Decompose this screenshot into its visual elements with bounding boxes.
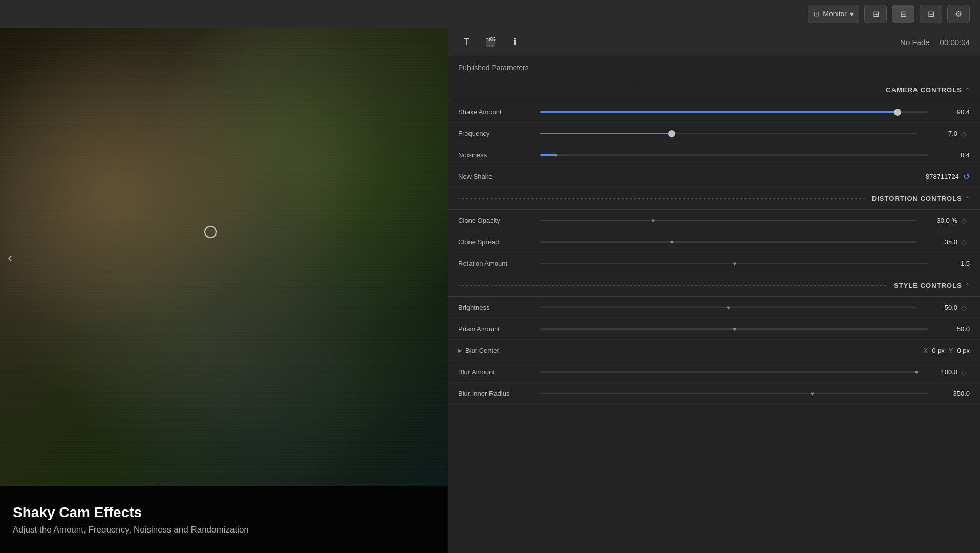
clone-spread-thumb[interactable]: ♥ [668, 239, 675, 246]
clone-opacity-thumb[interactable]: ♥ [650, 217, 657, 224]
rotation-amount-fill [540, 263, 735, 264]
blur-amount-thumb[interactable]: ♥ [913, 369, 920, 376]
clone-spread-row: Clone Spread ♥ 35.0 ◇ [448, 231, 980, 253]
prism-amount-label: Prism Amount [458, 325, 540, 333]
clone-spread-label: Clone Spread [458, 238, 540, 246]
distortion-controls-title: DISTORTION CONTROLS ⌃ [872, 195, 970, 202]
section-dots [458, 90, 880, 90]
rotation-amount-row: Rotation Amount ♥ 1.5 [448, 253, 980, 274]
shake-amount-label: Shake Amount [458, 108, 540, 116]
noisiness-value: 0.4 [929, 151, 970, 159]
noisiness-thumb[interactable]: ♥ [552, 152, 559, 159]
prism-amount-thumb[interactable]: ♥ [731, 326, 738, 333]
clone-opacity-slider[interactable]: ♥ [540, 220, 917, 221]
rotation-amount-value: 1.5 [929, 260, 970, 267]
shake-amount-row: Shake Amount 90.4 [448, 101, 980, 123]
params-panel: T 🎬 ℹ No Fade 00:00:04 Published Paramet… [448, 28, 980, 553]
video-subtitle: Adjust the Amount, Frequency, Noisiness … [13, 525, 435, 535]
grid-3x3-button[interactable]: ⊟ [892, 5, 914, 23]
blur-center-x-value: 0 px [932, 347, 945, 354]
rotation-amount-slider[interactable]: ♥ [540, 263, 929, 264]
distortion-section-chevron-icon: ⌃ [965, 196, 970, 201]
settings-button[interactable]: ⚙ [947, 5, 970, 23]
blur-amount-keyframe-icon[interactable]: ◇ [957, 366, 970, 378]
tab-bar-right: No Fade 00:00:04 [900, 38, 970, 47]
blur-center-x-label: X [924, 347, 928, 354]
prism-amount-track: ♥ [540, 328, 929, 330]
clone-spread-keyframe-icon[interactable]: ◇ [957, 236, 970, 248]
frequency-keyframe-icon[interactable]: ◇ [957, 127, 970, 140]
timecode: 00:00:04 [940, 38, 970, 47]
shake-amount-track [540, 111, 929, 113]
blur-inner-radius-slider[interactable]: ♥ [540, 393, 929, 394]
monitor-icon: ⊡ [814, 10, 820, 18]
noisiness-slider[interactable]: ♥ [540, 154, 929, 156]
camera-section-chevron-icon: ⌃ [965, 87, 970, 93]
monitor-dropdown[interactable]: ⊡ Monitor ▾ [808, 5, 859, 23]
prism-amount-row: Prism Amount ♥ 50.0 [448, 318, 980, 340]
frequency-slider[interactable] [540, 133, 917, 134]
brightness-label: Brightness [458, 304, 540, 311]
new-shake-number: 878711724 [926, 173, 959, 180]
clone-spread-track: ♥ [540, 241, 917, 243]
shake-amount-slider[interactable] [540, 111, 929, 113]
video-title: Shaky Cam Effects [13, 504, 435, 521]
sliders-button[interactable]: ⊟ [920, 5, 942, 23]
clone-opacity-keyframe-icon[interactable]: ◇ [957, 215, 970, 227]
blur-amount-row: Blur Amount ♥ 100.0 ◇ [448, 361, 980, 383]
frequency-track [540, 133, 917, 134]
prism-amount-slider[interactable]: ♥ [540, 328, 929, 330]
clone-opacity-value: 30.0 % [917, 217, 957, 224]
frequency-label: Frequency [458, 130, 540, 137]
published-params-label: Published Parameters [448, 56, 980, 79]
blur-center-y-value: 0 px [957, 347, 970, 354]
clone-spread-value: 35.0 [917, 238, 957, 246]
blur-amount-label: Blur Amount [458, 368, 540, 376]
brightness-fill [540, 307, 729, 308]
brightness-keyframe-icon[interactable]: ◇ [957, 302, 970, 314]
clone-opacity-label: Clone Opacity [458, 217, 540, 224]
camera-controls-title: CAMERA CONTROLS ⌃ [886, 86, 970, 94]
shake-amount-fill [540, 111, 898, 113]
blur-amount-fill [540, 371, 917, 373]
prev-frame-button[interactable]: ‹ [8, 249, 12, 266]
blur-inner-radius-thumb[interactable]: ♥ [808, 390, 816, 397]
monitor-label: Monitor [823, 10, 847, 18]
brightness-thumb[interactable]: ♥ [725, 304, 732, 311]
blur-inner-radius-value: 350.0 [929, 390, 970, 397]
clone-spread-slider[interactable]: ♥ [540, 241, 917, 243]
rotation-amount-thumb[interactable]: ♥ [731, 260, 738, 267]
video-caption: Shaky Cam Effects Adjust the Amount, Fre… [0, 486, 448, 553]
params-content: Published Parameters CAMERA CONTROLS ⌃ S… [448, 56, 980, 553]
shake-amount-thumb[interactable] [894, 109, 901, 116]
fade-label: No Fade [900, 38, 930, 47]
brightness-track: ♥ [540, 307, 917, 308]
noisiness-label: Noisiness [458, 151, 540, 159]
blur-center-coords: X 0 px Y 0 px [924, 347, 970, 354]
frequency-value: 7.0 [917, 130, 957, 137]
frequency-row: Frequency 7.0 ◇ [448, 123, 980, 144]
frequency-fill [540, 133, 672, 134]
main-content: ‹ Shaky Cam Effects Adjust the Amount, F… [0, 28, 980, 553]
blur-amount-slider[interactable]: ♥ [540, 371, 917, 373]
frequency-thumb[interactable] [668, 130, 675, 137]
style-section-chevron-icon: ⌃ [965, 283, 970, 288]
chroma-aberration-effect [0, 28, 448, 486]
style-controls-title: STYLE CONTROLS ⌃ [894, 282, 970, 289]
camera-controls-section-header[interactable]: CAMERA CONTROLS ⌃ [448, 79, 980, 101]
brightness-row: Brightness ♥ 50.0 ◇ [448, 297, 980, 318]
distortion-controls-section-header[interactable]: DISTORTION CONTROLS ⌃ [448, 187, 980, 210]
style-controls-section-header[interactable]: STYLE CONTROLS ⌃ [448, 274, 980, 297]
blur-center-expand-icon[interactable]: ▶ [458, 348, 462, 353]
clone-spread-fill [540, 241, 672, 243]
blur-amount-track: ♥ [540, 371, 917, 373]
tab-video-icon[interactable]: 🎬 [482, 34, 499, 50]
tab-info-icon[interactable]: ℹ [506, 34, 523, 50]
brightness-slider[interactable]: ♥ [540, 307, 917, 308]
grid-2x2-button[interactable]: ⊞ [864, 5, 887, 23]
prism-amount-fill [540, 328, 735, 330]
tab-text-icon[interactable]: T [458, 34, 475, 50]
new-shake-label: New Shake [458, 173, 540, 180]
refresh-shake-icon[interactable]: ↺ [963, 172, 970, 181]
blur-center-row: ▶ Blur Center X 0 px Y 0 px [448, 340, 980, 361]
